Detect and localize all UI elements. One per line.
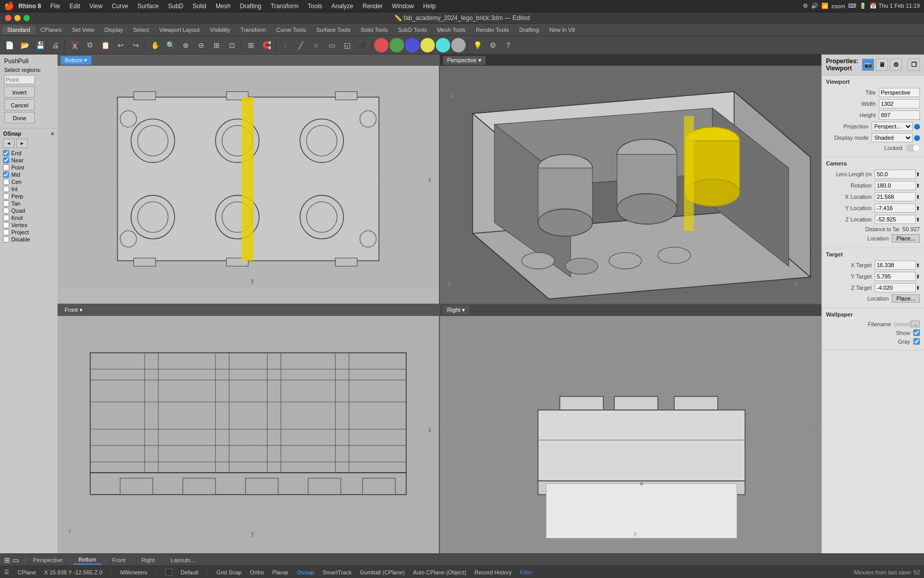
copy-btn[interactable]: ⧉ <box>83 38 97 52</box>
tab-curve-tools[interactable]: Curve Tools <box>271 26 311 34</box>
vp-tab-layouts[interactable]: Layouts... <box>165 556 200 564</box>
paste-btn[interactable]: 📋 <box>98 38 112 52</box>
color1-btn[interactable] <box>374 38 389 52</box>
menu-mesh[interactable]: Mesh <box>211 2 235 11</box>
menu-curve[interactable]: Curve <box>108 2 132 11</box>
menu-render[interactable]: Render <box>358 2 387 11</box>
menu-analyze[interactable]: Analyze <box>328 2 358 11</box>
viewport-front-label[interactable]: Front ▾ <box>61 306 87 314</box>
statusbar-grid-snap[interactable]: Grid Snap <box>216 569 242 575</box>
color3-btn[interactable] <box>405 38 419 52</box>
z-location-stepper[interactable]: ⬆ <box>916 217 920 222</box>
osnap-tan[interactable]: Tan <box>3 200 54 207</box>
vp-tab-bottom[interactable]: Bottom <box>73 555 102 565</box>
tab-standard[interactable]: Standard <box>2 26 35 34</box>
tab-visibility[interactable]: Visibility <box>205 26 236 34</box>
z-target-stepper[interactable]: ⬆ <box>916 285 920 291</box>
pushpull-input[interactable] <box>4 75 35 84</box>
zoom-sel-btn[interactable]: ⊡ <box>225 38 239 52</box>
menu-edit[interactable]: Edit <box>65 2 84 11</box>
pan-btn[interactable]: ✋ <box>148 38 162 52</box>
statusbar-hamburger[interactable]: ☰ <box>4 569 9 575</box>
viewport-bottom[interactable]: Bottom ▾ <box>57 54 439 304</box>
prop-extra-icon[interactable]: ❐ <box>908 59 920 71</box>
new-file-btn[interactable]: 📄 <box>2 38 16 52</box>
osnap-near[interactable]: Near <box>3 157 54 163</box>
tab-display[interactable]: Display <box>99 26 128 34</box>
camera-place-btn[interactable]: Place... <box>892 234 920 243</box>
menu-drafting[interactable]: Drafting <box>236 2 265 11</box>
menu-surface[interactable]: Surface <box>133 2 163 11</box>
osnap-perp[interactable]: Perp <box>3 193 54 199</box>
maximize-button[interactable] <box>24 15 30 21</box>
tab-select[interactable]: Select <box>128 26 155 34</box>
osnap-knot[interactable]: Knot <box>3 215 54 221</box>
statusbar-planar[interactable]: Planar <box>272 569 288 575</box>
z-target-value[interactable] <box>875 283 916 292</box>
osnap-disable[interactable]: Disable <box>3 236 54 243</box>
lens-length-value[interactable] <box>875 170 916 179</box>
viewport-front[interactable]: Front ▾ <box>57 305 439 554</box>
tab-new-v8[interactable]: New in V8 <box>544 26 580 34</box>
y-location-value[interactable] <box>875 203 916 213</box>
show-checkbox[interactable] <box>913 329 920 336</box>
vp-tab-grid-icon[interactable]: ⊞ <box>4 556 10 564</box>
rotation-value[interactable] <box>875 181 916 190</box>
viewport-bottom-label[interactable]: Bottom ▾ <box>61 56 91 65</box>
tab-set-view[interactable]: Set View <box>67 26 99 34</box>
display-mode-btn[interactable]: 🔵 <box>914 135 920 141</box>
zoom-all-btn[interactable]: ⊞ <box>209 38 224 52</box>
x-location-value[interactable] <box>875 192 916 201</box>
osnap-quad[interactable]: Quad <box>3 208 54 214</box>
projection-btn[interactable]: 🔵 <box>914 124 920 129</box>
grid-btn[interactable]: ⊞ <box>244 38 258 52</box>
pushpull-cancel-btn[interactable]: Cancel <box>4 99 35 110</box>
redo-btn[interactable]: ↪ <box>129 38 143 52</box>
cut-btn[interactable]: ✂️ <box>67 38 82 52</box>
vp-tab-layout-icon[interactable]: ▭ <box>12 556 19 564</box>
osnap-icon-1[interactable]: ◄ <box>3 139 14 148</box>
tab-drafting[interactable]: Drafting <box>514 26 545 34</box>
x-location-stepper[interactable]: ⬆ <box>916 194 920 200</box>
display-mode-select[interactable]: Shaded Wireframe Rendered <box>872 133 913 142</box>
minimize-button[interactable] <box>14 15 21 21</box>
open-btn[interactable]: 📂 <box>17 38 32 52</box>
menu-subd[interactable]: SubD <box>164 2 187 11</box>
pushpull-done-btn[interactable]: Done <box>4 112 35 123</box>
tab-viewport-layout[interactable]: Viewport Layout <box>154 26 205 34</box>
projection-select[interactable]: Perspect... Parallel <box>872 122 913 131</box>
osnap-point[interactable]: Point <box>3 164 54 171</box>
help-btn[interactable]: ? <box>501 38 515 52</box>
y-location-stepper[interactable]: ⬆ <box>916 206 920 211</box>
tab-subd-tools[interactable]: SubD Tools <box>393 26 432 34</box>
z-location-value[interactable] <box>875 215 916 224</box>
menu-window[interactable]: Window <box>388 2 418 11</box>
apple-menu[interactable]: 🍎 <box>4 1 14 11</box>
print-btn[interactable]: 🖨 <box>48 38 63 52</box>
viewport-right[interactable]: Right ▾ <box>440 305 821 554</box>
statusbar-ortho[interactable]: Ortho <box>250 569 264 575</box>
locked-toggle[interactable] <box>906 144 920 152</box>
zoom-in-btn[interactable]: ⊕ <box>179 38 193 52</box>
osnap-close[interactable]: ✕ <box>50 131 54 137</box>
zoom-out-btn[interactable]: ⊖ <box>194 38 208 52</box>
prop-display-icon[interactable]: 🖥 <box>876 59 888 71</box>
menu-file[interactable]: File <box>46 2 64 11</box>
prop-settings-icon[interactable]: ⚙ <box>890 59 902 71</box>
tab-solid-tools[interactable]: Solid Tools <box>355 26 393 34</box>
snap-btn[interactable]: 🧲 <box>259 38 274 52</box>
menu-transform[interactable]: Transform <box>266 2 302 11</box>
tab-transform[interactable]: Transform <box>235 26 271 34</box>
tab-render-tools[interactable]: Render Tools <box>471 26 514 34</box>
line-btn[interactable]: ╱ <box>294 38 308 52</box>
statusbar-smarttrack[interactable]: SmartTrack <box>323 569 352 575</box>
statusbar-auto-cplane[interactable]: Auto CPlane (Object) <box>413 569 466 575</box>
statusbar-osnap[interactable]: Osnap <box>297 569 314 575</box>
statusbar-filter[interactable]: Filter <box>520 569 532 575</box>
tab-cplanes[interactable]: CPlanes <box>35 26 67 34</box>
tab-surface-tools[interactable]: Surface Tools <box>311 26 355 34</box>
pushpull-invert-btn[interactable]: Invert <box>4 86 35 98</box>
osnap-mid[interactable]: Mid <box>3 172 54 178</box>
point-btn[interactable]: · <box>278 38 293 52</box>
y-target-value[interactable] <box>875 272 916 281</box>
